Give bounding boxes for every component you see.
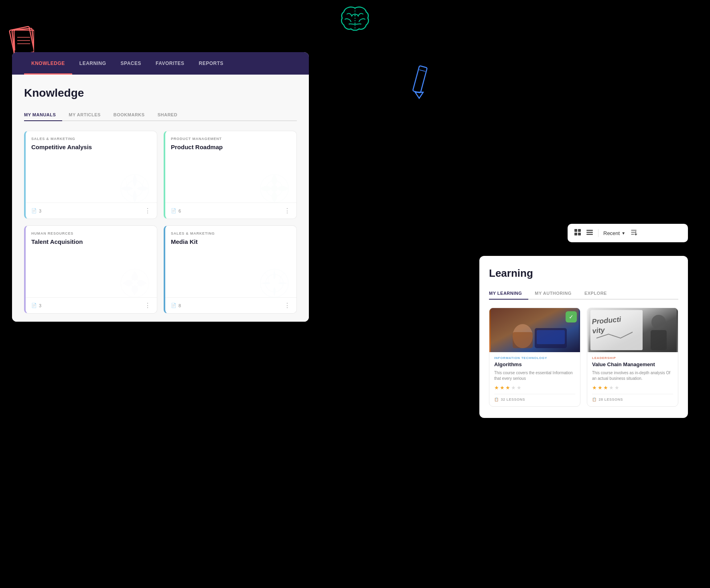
tab-my-authoring[interactable]: MY AUTHORING xyxy=(528,288,578,299)
tab-my-articles[interactable]: MY ARTICLES xyxy=(62,109,107,120)
card-category: SALES & MARKETING xyxy=(171,231,291,235)
lessons-text: 28 LESSONS xyxy=(599,397,623,401)
svg-line-10 xyxy=(419,70,425,71)
svg-text:vity: vity xyxy=(592,326,606,335)
course-description: This course covers the essential Informa… xyxy=(494,370,575,381)
doc-icon: 📄 xyxy=(171,303,176,308)
doc-number: 8 xyxy=(179,303,181,308)
course-name: Value Chain Management xyxy=(592,361,673,368)
tab-bookmarks[interactable]: BOOKMARKS xyxy=(107,109,151,120)
course-rating: ★ ★ ★ ★ ★ xyxy=(494,385,575,391)
course-lessons-count: 📋 32 LESSONS xyxy=(494,394,575,401)
sort-dropdown[interactable]: Recent ▼ xyxy=(603,230,625,236)
sort-bar: Recent ▼ xyxy=(568,224,688,242)
doc-number: 3 xyxy=(39,303,41,308)
card-title: Product Roadmap xyxy=(171,143,291,151)
course-category: INFORMATION TECHNOLOGY xyxy=(494,356,575,360)
grid-view-icon[interactable] xyxy=(574,229,581,237)
svg-rect-26 xyxy=(586,234,593,235)
course-name: Algorithms xyxy=(494,361,575,368)
course-body: INFORMATION TECHNOLOGY Algorithms This c… xyxy=(489,352,580,406)
svg-rect-21 xyxy=(578,229,581,232)
tab-my-learning[interactable]: MY LEARNING xyxy=(489,288,528,299)
chevron-down-icon: ▼ xyxy=(621,231,625,235)
star-4: ★ xyxy=(511,385,516,391)
knowledge-content-area: Knowledge MY MANUALS MY ARTICLES BOOKMAR… xyxy=(12,75,309,322)
card-title: Media Kit xyxy=(171,238,291,246)
card-doc-count: 📄 3 xyxy=(31,208,41,213)
sort-bar-divider xyxy=(598,229,598,237)
card-doc-count: 📄 8 xyxy=(171,303,181,308)
card-decoration-pattern xyxy=(117,170,153,207)
manual-card-talent-acquisition[interactable]: HUMAN RESOURCES Talent Acquisition xyxy=(24,225,157,314)
card-footer: 📄 6 ⋮ xyxy=(165,203,296,219)
courses-grid: ✓ INFORMATION TECHNOLOGY Algorithms This… xyxy=(489,308,678,407)
card-menu-button[interactable]: ⋮ xyxy=(284,302,291,309)
svg-point-40 xyxy=(651,315,666,329)
manual-card-media-kit[interactable]: SALES & MARKETING Media Kit xyxy=(164,225,297,314)
star-5: ★ xyxy=(517,385,521,391)
doc-icon: 📄 xyxy=(31,303,37,308)
sort-order-icon[interactable] xyxy=(630,229,637,237)
nav-spaces[interactable]: SPACES xyxy=(114,52,148,75)
list-view-icon[interactable] xyxy=(586,229,593,237)
card-doc-count: 📄 6 xyxy=(171,208,181,213)
svg-rect-22 xyxy=(574,233,577,235)
pencil-decorative-icon xyxy=(407,64,431,100)
completion-check-badge: ✓ xyxy=(566,311,577,322)
svg-rect-33 xyxy=(513,332,533,348)
star-1: ★ xyxy=(592,385,597,391)
star-3: ★ xyxy=(505,385,510,391)
knowledge-nav: KNOWLEDGE LEARNING SPACES FAVORITES REPO… xyxy=(12,52,309,75)
tab-my-manuals[interactable]: MY MANUALS xyxy=(24,109,62,120)
star-5: ★ xyxy=(615,385,619,391)
svg-rect-23 xyxy=(578,233,581,235)
card-footer: 📄 3 ⋮ xyxy=(26,297,157,313)
course-card-value-chain[interactable]: Producti vity LEADERSHIP Value Chain Man… xyxy=(587,308,678,407)
learning-page-title: Learning xyxy=(489,267,678,280)
svg-point-15 xyxy=(271,185,278,192)
course-image-value-chain: Producti vity xyxy=(587,308,678,352)
knowledge-tabs: MY MANUALS MY ARTICLES BOOKMARKS SHARED xyxy=(24,109,297,121)
star-4: ★ xyxy=(609,385,614,391)
card-footer: 📄 8 ⋮ xyxy=(165,297,296,313)
svg-rect-25 xyxy=(586,232,593,233)
learning-content-area: Learning MY LEARNING MY AUTHORING EXPLOR… xyxy=(479,256,688,418)
lessons-text: 32 LESSONS xyxy=(501,397,525,401)
lessons-icon: 📋 xyxy=(592,397,597,401)
manual-card-product-roadmap[interactable]: PRODUCT MANAGEMENT Product Roadmap xyxy=(164,131,297,219)
course-rating: ★ ★ ★ ★ ★ xyxy=(592,385,673,391)
card-category: SALES & MARKETING xyxy=(31,137,151,141)
svg-rect-24 xyxy=(586,230,593,231)
manual-card-competitive-analysis[interactable]: SALES & MARKETING Competitive Analysis xyxy=(24,131,157,219)
card-title: Talent Acquisition xyxy=(31,238,151,246)
lessons-icon: 📋 xyxy=(494,397,499,401)
learning-tabs: MY LEARNING MY AUTHORING EXPLORE xyxy=(489,288,678,300)
knowledge-window: KNOWLEDGE LEARNING SPACES FAVORITES REPO… xyxy=(12,52,309,322)
card-menu-button[interactable]: ⋮ xyxy=(144,302,151,309)
card-menu-button[interactable]: ⋮ xyxy=(284,207,291,215)
card-category: HUMAN RESOURCES xyxy=(31,231,151,235)
manuals-grid: SALES & MARKETING Competitive Analysis xyxy=(24,131,297,314)
svg-marker-8 xyxy=(415,92,423,98)
card-menu-button[interactable]: ⋮ xyxy=(144,207,151,215)
star-2: ★ xyxy=(598,385,602,391)
learning-window: Learning MY LEARNING MY AUTHORING EXPLOR… xyxy=(479,256,688,418)
nav-reports[interactable]: REPORTS xyxy=(192,52,231,75)
brain-icon xyxy=(339,4,371,32)
star-1: ★ xyxy=(494,385,499,391)
star-2: ★ xyxy=(500,385,505,391)
svg-rect-20 xyxy=(574,229,577,232)
course-card-algorithms[interactable]: ✓ INFORMATION TECHNOLOGY Algorithms This… xyxy=(489,308,580,407)
tab-explore[interactable]: EXPLORE xyxy=(578,288,613,299)
nav-favorites[interactable]: FAVORITES xyxy=(148,52,192,75)
svg-rect-35 xyxy=(537,330,565,344)
star-3: ★ xyxy=(603,385,608,391)
nav-knowledge[interactable]: KNOWLEDGE xyxy=(24,52,72,75)
tab-shared[interactable]: SHARED xyxy=(151,109,184,120)
nav-learning[interactable]: LEARNING xyxy=(72,52,114,75)
card-header: SALES & MARKETING Competitive Analysis xyxy=(26,131,157,151)
doc-number: 6 xyxy=(179,209,181,213)
svg-rect-41 xyxy=(651,330,667,350)
card-decoration-pattern xyxy=(256,265,292,301)
